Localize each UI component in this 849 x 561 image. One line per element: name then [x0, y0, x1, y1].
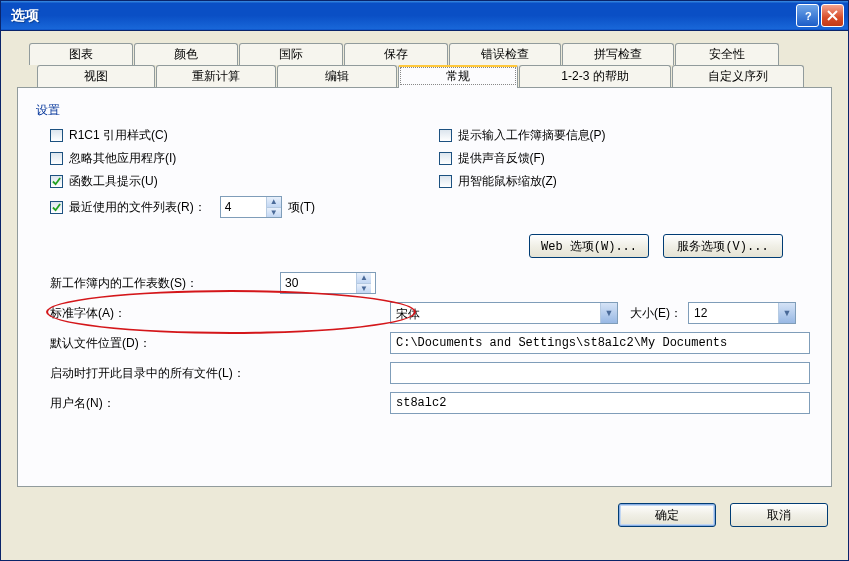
tab-chart[interactable]: 图表 — [29, 43, 133, 65]
zoom-intellimouse-label: 用智能鼠标缩放(Z) — [458, 173, 557, 190]
size-combo[interactable]: 12 ▼ — [688, 302, 796, 324]
tab-calculation[interactable]: 重新计算 — [156, 65, 276, 87]
prompt-summary-label: 提示输入工作簿摘要信息(P) — [458, 127, 606, 144]
recent-files-label: 最近使用的文件列表(R)： — [69, 199, 206, 216]
sheets-spinner[interactable]: ▲ ▼ — [280, 272, 376, 294]
spinner-up-icon[interactable]: ▲ — [357, 273, 371, 283]
help-icon: ? — [802, 10, 814, 22]
tab-view[interactable]: 视图 — [37, 65, 155, 87]
tab-color[interactable]: 颜色 — [134, 43, 238, 65]
ignore-other-label: 忽略其他应用程序(I) — [69, 150, 176, 167]
recent-suffix: 项(T) — [288, 199, 315, 216]
close-button[interactable] — [821, 4, 844, 27]
func-tooltip-label: 函数工具提示(U) — [69, 173, 158, 190]
tabs-row-1: 图表 颜色 国际 保存 错误检查 拼写检查 安全性 — [29, 43, 832, 65]
username-input[interactable] — [390, 392, 810, 414]
default-loc-input[interactable] — [390, 332, 810, 354]
close-icon — [827, 10, 838, 21]
window-title: 选项 — [11, 7, 794, 25]
tab-custom-lists[interactable]: 自定义序列 — [672, 65, 804, 87]
tab-spelling[interactable]: 拼写检查 — [562, 43, 674, 65]
tab-security[interactable]: 安全性 — [675, 43, 779, 65]
r1c1-checkbox[interactable] — [50, 129, 63, 142]
chevron-down-icon[interactable]: ▼ — [778, 303, 795, 323]
ignore-other-checkbox[interactable] — [50, 152, 63, 165]
recent-files-input[interactable] — [221, 197, 266, 217]
recent-files-checkbox[interactable] — [50, 201, 63, 214]
ok-button[interactable]: 确定 — [618, 503, 716, 527]
std-font-value: 宋体 — [391, 303, 600, 323]
client-area: 图表 颜色 国际 保存 错误检查 拼写检查 安全性 视图 重新计算 编辑 常规 … — [1, 31, 848, 541]
std-font-label: 标准字体(A)： — [50, 305, 390, 322]
chevron-down-icon[interactable]: ▼ — [600, 303, 617, 323]
dialog-footer: 确定 取消 — [618, 503, 828, 527]
cancel-button[interactable]: 取消 — [730, 503, 828, 527]
username-label: 用户名(N)： — [50, 395, 390, 412]
prompt-summary-checkbox[interactable] — [439, 129, 452, 142]
sheets-input[interactable] — [281, 273, 356, 293]
spinner-up-icon[interactable]: ▲ — [267, 197, 281, 207]
tab-error-checking[interactable]: 错误检查 — [449, 43, 561, 65]
func-tooltip-checkbox[interactable] — [50, 175, 63, 188]
titlebar: 选项 ? — [1, 1, 848, 31]
recent-files-spinner[interactable]: ▲ ▼ — [220, 196, 282, 218]
default-loc-label: 默认文件位置(D)： — [50, 335, 390, 352]
section-settings: 设置 — [36, 102, 813, 119]
zoom-intellimouse-checkbox[interactable] — [439, 175, 452, 188]
tab-panel-general: 设置 R1C1 引用样式(C) 忽略其他应用程序(I) 函数工具提示(U) — [17, 87, 832, 487]
size-value: 12 — [689, 303, 778, 323]
settings-columns: R1C1 引用样式(C) 忽略其他应用程序(I) 函数工具提示(U) 最近使用的… — [36, 127, 813, 224]
settings-right-col: 提示输入工作簿摘要信息(P) 提供声音反馈(F) 用智能鼠标缩放(Z) — [425, 127, 814, 224]
help-button[interactable]: ? — [796, 4, 819, 27]
r1c1-label: R1C1 引用样式(C) — [69, 127, 168, 144]
sound-feedback-checkbox[interactable] — [439, 152, 452, 165]
std-font-combo[interactable]: 宋体 ▼ — [390, 302, 618, 324]
svg-text:?: ? — [805, 10, 812, 22]
startup-input[interactable] — [390, 362, 810, 384]
tab-save[interactable]: 保存 — [344, 43, 448, 65]
options-buttons-row: Web 选项(W)... 服务选项(V)... — [36, 234, 813, 258]
tab-general[interactable]: 常规 — [398, 65, 518, 87]
tab-123-help[interactable]: 1-2-3 的帮助 — [519, 65, 671, 87]
tab-edit[interactable]: 编辑 — [277, 65, 397, 87]
service-options-button[interactable]: 服务选项(V)... — [663, 234, 783, 258]
tabs-row-2: 视图 重新计算 编辑 常规 1-2-3 的帮助 自定义序列 — [37, 65, 832, 87]
size-label: 大小(E)： — [630, 305, 682, 322]
sheets-label: 新工作簿内的工作表数(S)： — [50, 275, 280, 292]
spinner-down-icon[interactable]: ▼ — [267, 207, 281, 218]
web-options-button[interactable]: Web 选项(W)... — [529, 234, 649, 258]
spinner-down-icon[interactable]: ▼ — [357, 283, 371, 294]
sound-feedback-label: 提供声音反馈(F) — [458, 150, 545, 167]
settings-left-col: R1C1 引用样式(C) 忽略其他应用程序(I) 函数工具提示(U) 最近使用的… — [36, 127, 425, 224]
tab-international[interactable]: 国际 — [239, 43, 343, 65]
options-dialog: 选项 ? 图表 颜色 国际 保存 错误检查 拼写检查 安全性 视图 重新计算 编… — [0, 0, 849, 561]
startup-label: 启动时打开此目录中的所有文件(L)： — [50, 365, 390, 382]
